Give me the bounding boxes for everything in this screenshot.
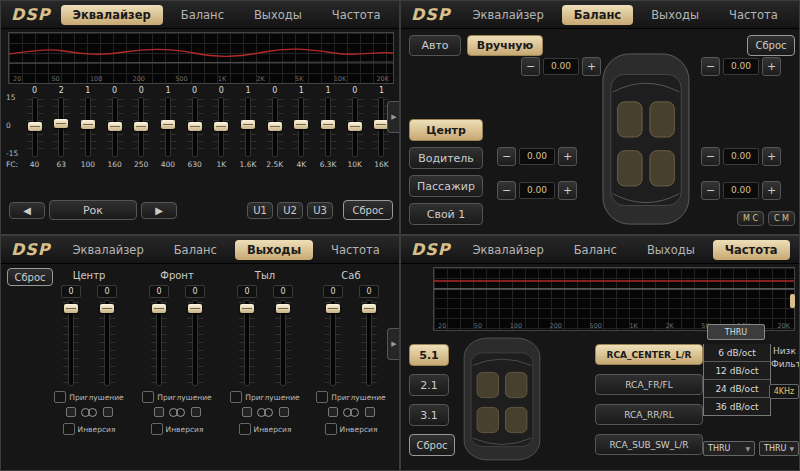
decrease-button[interactable]: − <box>497 181 516 200</box>
mute-checkbox[interactable]: Приглушение <box>316 391 385 403</box>
output-fader[interactable] <box>239 300 255 386</box>
mute-checkbox[interactable]: Приглушение <box>230 391 299 403</box>
invert-checkbox[interactable]: Инверсия <box>239 423 292 435</box>
decrease-button[interactable]: − <box>497 147 516 166</box>
eq-band-slider[interactable] <box>293 97 309 157</box>
slider-handle[interactable] <box>152 304 166 313</box>
output-fader[interactable] <box>63 300 79 386</box>
decrease-button[interactable]: − <box>521 57 540 76</box>
slider-handle[interactable] <box>214 122 228 131</box>
increase-button[interactable]: + <box>558 181 577 200</box>
decrease-button[interactable]: − <box>701 57 720 76</box>
tab-balance[interactable]: Баланс <box>162 240 229 260</box>
tab-balance[interactable]: Баланс <box>562 5 633 25</box>
rca-front-button[interactable]: RCA_FR/FL <box>595 374 703 395</box>
eq-band-slider[interactable] <box>213 97 229 157</box>
manual-mode-button[interactable]: Вручную <box>467 35 543 56</box>
slider-handle[interactable] <box>108 122 122 131</box>
position-passenger-button[interactable]: Пассажир <box>409 175 483 197</box>
mode-2-1-button[interactable]: 2.1 <box>409 374 449 396</box>
tab-equalizer[interactable]: Эквалайзер <box>61 240 156 260</box>
invert-checkbox[interactable]: Инверсия <box>151 423 204 435</box>
decrease-button[interactable]: − <box>701 181 720 200</box>
output-fader[interactable] <box>361 300 377 386</box>
slider-handle[interactable] <box>161 120 175 129</box>
mc-button[interactable]: M C <box>737 211 764 226</box>
thru-select-left[interactable]: THRU ▼ <box>703 441 755 456</box>
output-fader[interactable] <box>187 300 203 386</box>
slider-handle[interactable] <box>241 120 255 129</box>
slope-select-current[interactable]: THRU <box>707 324 765 340</box>
slider-handle[interactable] <box>326 304 340 313</box>
link-channels-toggle[interactable] <box>242 406 289 418</box>
link-channels-toggle[interactable] <box>66 406 113 418</box>
preset-button[interactable]: Рок <box>49 200 137 220</box>
increase-button[interactable]: + <box>558 147 577 166</box>
eq-band-slider[interactable] <box>160 97 176 157</box>
tab-frequency[interactable]: Частота <box>319 240 392 260</box>
slider-handle[interactable] <box>268 122 282 131</box>
slider-handle[interactable] <box>81 120 95 129</box>
increase-button[interactable]: + <box>762 147 781 166</box>
eq-band-slider[interactable] <box>320 97 336 157</box>
output-fader[interactable] <box>99 300 115 386</box>
slider-handle[interactable] <box>188 122 202 131</box>
freq-reset-button[interactable]: Сброс <box>409 434 455 456</box>
tab-equalizer[interactable]: Эквалайзер <box>461 240 556 260</box>
position-driver-button[interactable]: Водитель <box>409 147 483 169</box>
eq-band-slider[interactable] <box>80 97 96 157</box>
tab-frequency[interactable]: Частота <box>320 5 393 25</box>
slope-option[interactable]: 36 dB/oct <box>704 397 770 415</box>
memory-u2-button[interactable]: U2 <box>277 202 303 219</box>
mode-3-1-button[interactable]: 3.1 <box>409 404 449 426</box>
cm-button[interactable]: C M <box>768 211 795 226</box>
slider-handle[interactable] <box>321 120 335 129</box>
slope-option[interactable]: 6 dB/oct <box>704 344 770 361</box>
output-fader[interactable] <box>325 300 341 386</box>
slider-handle[interactable] <box>64 304 78 313</box>
position-custom-button[interactable]: Свой 1 <box>409 203 483 225</box>
rca-rear-button[interactable]: RCA_RR/RL <box>595 404 703 425</box>
slider-handle[interactable] <box>134 122 148 131</box>
eq-band-slider[interactable] <box>53 97 69 157</box>
memory-u1-button[interactable]: U1 <box>247 202 273 219</box>
scroll-right-tab[interactable]: ▶ <box>387 328 400 360</box>
prev-preset-button[interactable]: ◀ <box>9 202 45 219</box>
filter-frequency-value[interactable]: 4KHz <box>769 384 799 399</box>
rca-center-button[interactable]: RCA_CENTER_L/R <box>595 344 703 365</box>
link-channels-toggle[interactable] <box>328 406 375 418</box>
next-preset-button[interactable]: ▶ <box>141 202 177 219</box>
increase-button[interactable]: + <box>762 57 781 76</box>
slope-option[interactable]: 12 dB/oct <box>704 361 770 379</box>
slider-handle[interactable] <box>348 122 362 131</box>
output-fader[interactable] <box>151 300 167 386</box>
eq-band-slider[interactable] <box>187 97 203 157</box>
tab-outputs[interactable]: Выходы <box>639 5 711 25</box>
eq-band-slider[interactable] <box>133 97 149 157</box>
rca-sub-button[interactable]: RCA_SUB_SW_L/R <box>595 434 703 455</box>
tab-frequency[interactable]: Частота <box>717 5 790 25</box>
thru-select-right[interactable]: THRU ▼ <box>759 441 799 456</box>
tab-outputs[interactable]: Выходы <box>635 240 707 260</box>
slider-handle[interactable] <box>28 122 42 131</box>
slider-handle[interactable] <box>240 304 254 313</box>
tab-outputs[interactable]: Выходы <box>235 240 313 260</box>
tab-balance[interactable]: Баланс <box>562 240 629 260</box>
auto-mode-button[interactable]: Авто <box>409 35 461 56</box>
tab-outputs[interactable]: Выходы <box>242 5 314 25</box>
eq-band-slider[interactable] <box>347 97 363 157</box>
position-center-button[interactable]: Центр <box>409 119 483 141</box>
graph-handle[interactable] <box>790 294 795 308</box>
increase-button[interactable]: + <box>582 57 601 76</box>
slider-handle[interactable] <box>362 304 376 313</box>
memory-u3-button[interactable]: U3 <box>307 202 333 219</box>
eq-band-slider[interactable] <box>107 97 123 157</box>
link-channels-toggle[interactable] <box>154 406 201 418</box>
slider-handle[interactable] <box>294 120 308 129</box>
mute-checkbox[interactable]: Приглушение <box>142 391 211 403</box>
scroll-right-tab[interactable]: ▶ <box>387 101 400 133</box>
tab-balance[interactable]: Баланс <box>169 5 236 25</box>
mode-5-1-button[interactable]: 5.1 <box>409 344 449 366</box>
eq-reset-button[interactable]: Сброс <box>343 200 393 220</box>
eq-band-slider[interactable] <box>267 97 283 157</box>
